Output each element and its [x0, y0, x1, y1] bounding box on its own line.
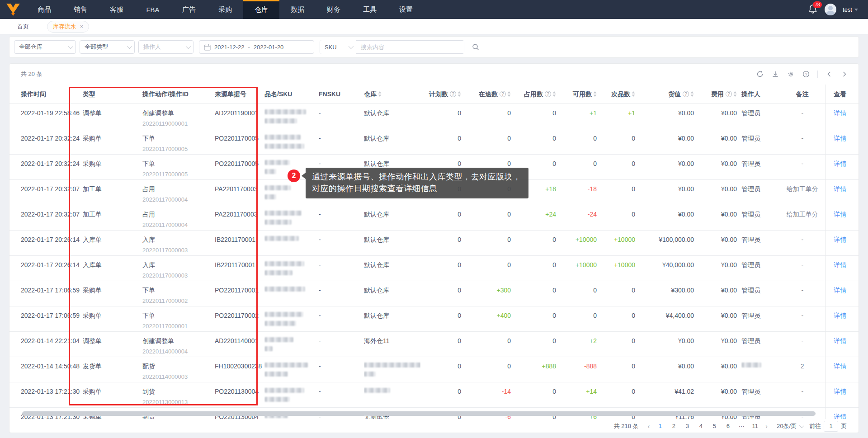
- refresh-icon[interactable]: [756, 70, 764, 78]
- cell-warehouse: 默认仓库: [364, 256, 420, 281]
- sort-icon[interactable]: [593, 91, 597, 97]
- redacted-text: [264, 312, 303, 317]
- cell-view[interactable]: 详情: [825, 155, 859, 180]
- col-header-费用[interactable]: 费用?: [698, 85, 741, 104]
- step-badge: 2: [288, 170, 300, 182]
- page-number-6[interactable]: 6: [723, 423, 733, 429]
- cell-view[interactable]: 详情: [825, 129, 859, 155]
- cell-remark: -: [784, 231, 825, 256]
- help-icon[interactable]: ?: [683, 91, 689, 97]
- goto-page-input[interactable]: 1: [824, 421, 838, 432]
- page-number-1[interactable]: 1: [655, 423, 665, 429]
- nav-item-数据[interactable]: 数据: [279, 0, 316, 19]
- page-number-3[interactable]: 3: [682, 423, 692, 429]
- detail-link[interactable]: 详情: [834, 211, 846, 218]
- col-header-在途数[interactable]: 在途数?: [466, 85, 515, 104]
- sort-icon[interactable]: [690, 91, 694, 97]
- detail-link[interactable]: 详情: [834, 261, 846, 268]
- cell-view[interactable]: 详情: [825, 382, 859, 408]
- scroll-right-icon[interactable]: [840, 70, 849, 78]
- user-menu[interactable]: test: [843, 6, 858, 13]
- help-icon[interactable]: ?: [450, 91, 456, 97]
- detail-link[interactable]: 详情: [834, 236, 846, 243]
- page-number-5[interactable]: 5: [709, 423, 719, 429]
- help-icon[interactable]: ?: [500, 91, 506, 97]
- type-select[interactable]: 全部类型: [80, 40, 135, 54]
- notifications-bell-icon[interactable]: 78: [808, 4, 818, 15]
- app-logo-icon[interactable]: [0, 0, 26, 19]
- date-range-picker[interactable]: 2021-12-22 - 2022-01-20: [199, 40, 314, 54]
- detail-link[interactable]: 详情: [834, 312, 846, 319]
- col-header-次品数[interactable]: 次品数: [601, 85, 640, 104]
- cell-view[interactable]: 详情: [825, 332, 859, 357]
- nav-item-广告[interactable]: 广告: [171, 0, 207, 19]
- sort-icon[interactable]: [507, 91, 511, 97]
- help-icon[interactable]: ?: [545, 91, 551, 97]
- redacted-text: [364, 372, 376, 377]
- nav-item-财务[interactable]: 财务: [316, 0, 352, 19]
- warehouse-select[interactable]: 全部仓库: [14, 40, 76, 54]
- help-icon[interactable]: ?: [802, 70, 810, 78]
- cell-view[interactable]: 详情: [825, 180, 859, 205]
- prev-page-icon[interactable]: ‹: [646, 423, 652, 430]
- col-header-可用数[interactable]: 可用数: [561, 85, 601, 104]
- nav-item-工具[interactable]: 工具: [352, 0, 388, 19]
- page-number-2[interactable]: 2: [669, 423, 679, 429]
- page-number-4[interactable]: 4: [696, 423, 706, 429]
- sort-icon[interactable]: [552, 91, 556, 97]
- col-header-计划数[interactable]: 计划数?: [420, 85, 466, 104]
- nav-item-商品[interactable]: 商品: [26, 0, 62, 19]
- detail-link[interactable]: 详情: [834, 160, 846, 167]
- tab-home[interactable]: 首页: [17, 23, 29, 31]
- detail-link[interactable]: 详情: [834, 185, 846, 193]
- col-header-仓库[interactable]: 仓库: [364, 85, 420, 104]
- nav-item-FBA[interactable]: FBA: [135, 0, 171, 19]
- cell-view[interactable]: 详情: [825, 281, 859, 306]
- cell-available: -18: [561, 180, 601, 205]
- search-button[interactable]: [468, 40, 483, 54]
- sort-icon[interactable]: [733, 91, 737, 97]
- tab-inventory-flow[interactable]: 库存流水 ×: [47, 21, 89, 33]
- detail-link[interactable]: 详情: [834, 388, 846, 395]
- nav-item-采购[interactable]: 采购: [207, 0, 243, 19]
- search-type-select[interactable]: SKU: [320, 40, 356, 54]
- scrollbar-thumb[interactable]: [22, 411, 816, 416]
- detail-link[interactable]: 详情: [834, 363, 846, 370]
- nav-item-仓库[interactable]: 仓库: [243, 0, 279, 19]
- detail-link[interactable]: 详情: [834, 109, 846, 117]
- nav-item-客服[interactable]: 客服: [99, 0, 135, 19]
- cell-view[interactable]: 详情: [825, 231, 859, 256]
- page-size-select[interactable]: 20条/页: [777, 422, 803, 430]
- avatar[interactable]: [825, 4, 836, 15]
- detail-link[interactable]: 详情: [834, 337, 846, 344]
- nav-item-销售[interactable]: 销售: [62, 0, 99, 19]
- page-number-11[interactable]: 11: [750, 423, 760, 429]
- scroll-left-icon[interactable]: [825, 70, 833, 78]
- detail-link[interactable]: 详情: [834, 287, 846, 294]
- cell-view[interactable]: 详情: [825, 104, 859, 129]
- sort-icon[interactable]: [458, 91, 461, 97]
- operator-select[interactable]: 操作人: [138, 40, 193, 54]
- cell-type: 发货单: [83, 357, 142, 382]
- table-body-viewport[interactable]: 2022-01-19 22:58:46调整单创建调整单2022011900000…: [9, 104, 859, 419]
- close-icon[interactable]: ×: [80, 24, 83, 30]
- cell-view[interactable]: 详情: [825, 256, 859, 281]
- cell-view[interactable]: 详情: [825, 357, 859, 382]
- cell-action: 到货20220113000013: [142, 382, 215, 408]
- cell-operator: 管理员: [741, 104, 784, 129]
- sort-icon[interactable]: [378, 91, 382, 97]
- sort-icon[interactable]: [632, 91, 635, 97]
- nav-item-设置[interactable]: 设置: [388, 0, 424, 19]
- column-settings-gear-icon[interactable]: [787, 70, 795, 78]
- date-separator: -: [248, 44, 250, 51]
- help-icon[interactable]: ?: [726, 91, 732, 97]
- detail-link[interactable]: 详情: [834, 135, 846, 142]
- cell-view[interactable]: 详情: [825, 205, 859, 231]
- export-download-icon[interactable]: [771, 70, 779, 78]
- cell-view[interactable]: 详情: [825, 306, 859, 332]
- next-page-icon[interactable]: ›: [764, 423, 769, 430]
- col-header-占用数[interactable]: 占用数?: [515, 85, 561, 104]
- search-input[interactable]: [356, 41, 464, 53]
- col-header-货值[interactable]: 货值?: [640, 85, 698, 104]
- cell-value: ¥41.02: [640, 382, 698, 408]
